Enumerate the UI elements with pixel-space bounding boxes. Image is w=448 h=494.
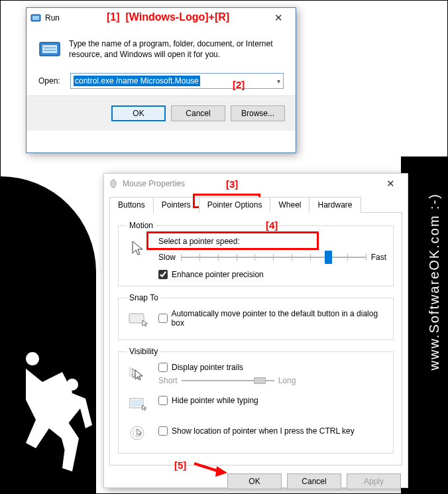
apply-button[interactable]: Apply xyxy=(347,473,401,489)
mouse-title: Mouse Properties xyxy=(123,179,377,188)
snapto-legend: Snap To xyxy=(127,293,161,302)
svg-rect-1 xyxy=(32,16,39,20)
run-description: Type the name of a program, folder, docu… xyxy=(69,38,284,61)
run-title: Run xyxy=(45,13,265,23)
cancel-button[interactable]: Cancel xyxy=(287,473,341,489)
cursor-icon xyxy=(127,237,150,261)
svg-rect-3 xyxy=(42,45,57,53)
svg-rect-7 xyxy=(131,400,142,406)
mouse-properties-dialog: Mouse Properties ✕ Buttons Pointers Poin… xyxy=(103,173,408,488)
tab-pointers[interactable]: Pointers xyxy=(153,197,199,213)
ctrl-locate-icon xyxy=(127,422,150,446)
fast-label: Fast xyxy=(371,253,386,262)
run-dialog: Run ✕ Type the name of a program, folder… xyxy=(26,7,296,153)
visibility-legend: Visibility xyxy=(127,347,160,356)
hide-while-typing-checkbox[interactable]: Hide pointer while typing xyxy=(158,396,386,405)
open-label: Open: xyxy=(38,76,64,86)
tab-wheel[interactable]: Wheel xyxy=(270,197,309,213)
snapto-group: Snap To Automatically move pointer to th… xyxy=(118,293,394,340)
trails-icon xyxy=(127,363,150,387)
ok-button[interactable]: OK xyxy=(227,473,282,489)
open-input[interactable]: control.exe /name Microsoft.Mouse ▾ xyxy=(70,73,284,89)
tab-pointer-options[interactable]: Pointer Options xyxy=(199,197,271,213)
close-icon[interactable]: ✕ xyxy=(377,176,404,192)
slow-label: Slow xyxy=(158,253,176,262)
snapto-icon xyxy=(127,309,150,333)
long-label: Long xyxy=(278,376,296,385)
tab-buttons[interactable]: Buttons xyxy=(109,197,154,213)
short-label: Short xyxy=(158,376,178,385)
annotation-arrow-icon xyxy=(193,458,233,478)
cancel-button[interactable]: Cancel xyxy=(171,105,225,121)
close-icon[interactable]: ✕ xyxy=(265,10,292,26)
chevron-down-icon[interactable]: ▾ xyxy=(277,78,280,85)
open-value: control.exe /name Microsoft.Mouse xyxy=(74,76,200,86)
pointer-speed-slider[interactable] xyxy=(181,250,366,265)
watermark-text: www.SoftwareOK.com :-) xyxy=(427,193,442,370)
tab-hardware[interactable]: Hardware xyxy=(309,197,361,213)
motion-group: Motion Select a pointer speed: Slow Fas xyxy=(118,221,394,286)
motion-legend: Motion xyxy=(127,221,156,230)
run-big-icon xyxy=(38,38,61,61)
ok-button[interactable]: OK xyxy=(111,105,166,121)
tabs: Buttons Pointers Pointer Options Wheel H… xyxy=(104,194,408,212)
decorative-figure xyxy=(13,345,99,478)
browse-button[interactable]: Browse... xyxy=(231,105,285,121)
pointer-trails-checkbox[interactable]: Display pointer trails xyxy=(158,363,386,372)
trails-length-slider xyxy=(182,373,274,388)
svg-point-4 xyxy=(111,180,116,188)
visibility-group: Visibility Display pointer trails Short xyxy=(118,347,394,454)
hide-typing-icon xyxy=(127,393,150,417)
mouse-icon xyxy=(108,178,119,189)
enhance-precision-checkbox[interactable]: Enhance pointer precision xyxy=(158,270,386,279)
pointer-speed-label: Select a pointer speed: xyxy=(158,237,386,246)
ctrl-locate-checkbox[interactable]: Show location of pointer when I press th… xyxy=(158,426,386,436)
run-icon xyxy=(30,13,41,23)
svg-rect-5 xyxy=(129,314,144,323)
auto-move-checkbox[interactable]: Automatically move pointer to the defaul… xyxy=(158,309,386,328)
